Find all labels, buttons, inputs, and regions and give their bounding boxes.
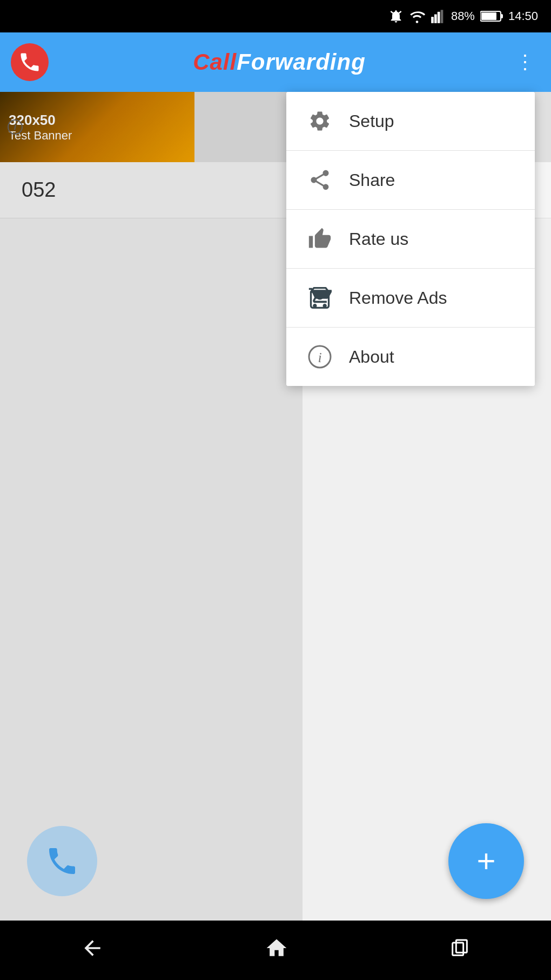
svg-rect-4 xyxy=(441,10,444,23)
cart-icon xyxy=(306,284,334,312)
wifi-icon xyxy=(409,9,425,24)
info-icon: i xyxy=(306,343,334,371)
battery-percentage: 88% xyxy=(451,9,475,23)
svg-rect-1 xyxy=(431,17,434,23)
app-title: CallForwarding xyxy=(49,49,510,75)
svg-rect-7 xyxy=(501,14,503,18)
menu-overlay[interactable] xyxy=(0,92,303,980)
thumbsup-icon xyxy=(306,225,334,253)
svg-rect-6 xyxy=(481,12,496,20)
status-icons: 88% 14:50 xyxy=(388,9,538,24)
add-fab[interactable]: + xyxy=(448,823,524,899)
svg-rect-2 xyxy=(434,15,437,23)
menu-item-about[interactable]: i About xyxy=(286,328,535,386)
menu-item-remove-ads[interactable]: Remove Ads xyxy=(286,269,535,328)
svg-point-0 xyxy=(416,21,419,23)
about-label: About xyxy=(349,347,394,367)
setup-icon xyxy=(306,107,334,135)
rate-label: Rate us xyxy=(349,229,408,249)
menu-item-rate[interactable]: Rate us xyxy=(286,210,535,269)
remove-ads-label: Remove Ads xyxy=(349,288,447,308)
setup-label: Setup xyxy=(349,111,394,131)
menu-item-setup[interactable]: Setup xyxy=(286,92,535,151)
more-options-button[interactable]: ⋮ xyxy=(510,45,540,79)
svg-rect-11 xyxy=(453,943,463,955)
signal-icon xyxy=(431,9,446,24)
svg-rect-3 xyxy=(438,12,440,23)
share-label: Share xyxy=(349,170,395,190)
app-bar: CallForwarding ⋮ xyxy=(0,32,551,92)
app-logo xyxy=(11,43,49,81)
share-icon xyxy=(306,166,334,194)
status-bar: 88% 14:50 xyxy=(0,0,551,32)
battery-icon xyxy=(480,10,503,22)
add-icon: + xyxy=(476,845,495,877)
menu-item-share[interactable]: Share xyxy=(286,151,535,210)
alarm-icon xyxy=(388,9,404,24)
time-display: 14:50 xyxy=(508,9,538,23)
svg-text:i: i xyxy=(318,350,321,365)
context-menu: Setup Share Rate us xyxy=(286,92,535,386)
recents-button[interactable] xyxy=(438,932,481,969)
